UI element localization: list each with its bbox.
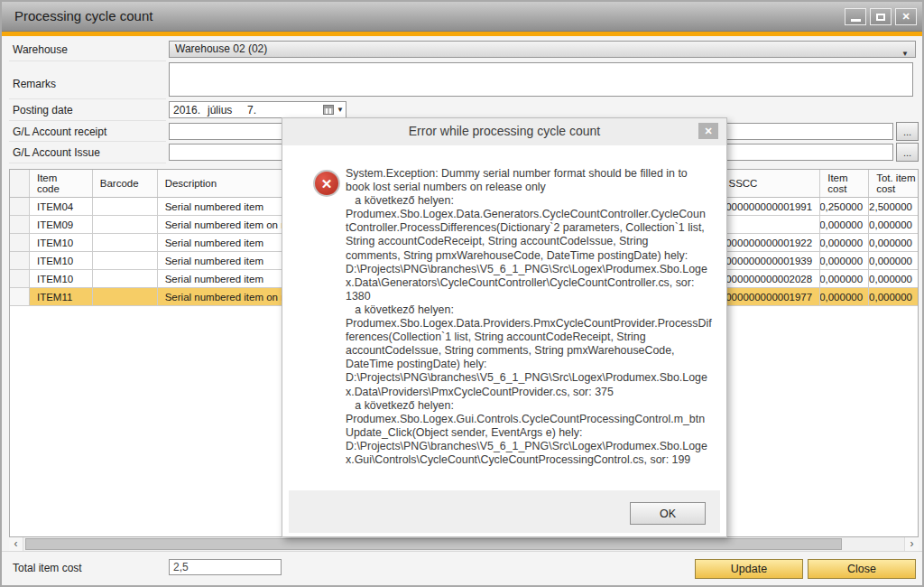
cell-item-cost[interactable]: 0,250000 (820, 198, 869, 215)
gl-issue-browse-button[interactable]: ... (896, 143, 919, 162)
row-separator (9, 61, 166, 61)
footer-bar: Total item cost 2,5 Update Close (2, 551, 922, 585)
processing-cycle-count-window: Processing cycle count ✕ Warehouse Wareh… (0, 0, 924, 587)
row-separator (9, 141, 166, 142)
window-title: Processing cycle count (14, 8, 152, 23)
scroll-left-arrow[interactable]: ‹ (9, 537, 23, 551)
row-separator (9, 163, 166, 163)
posting-date-month[interactable]: július (208, 104, 232, 116)
cell-barcode[interactable] (93, 288, 158, 305)
ok-button[interactable]: OK (630, 502, 706, 525)
update-button[interactable]: Update (695, 559, 803, 579)
chevron-down-icon: ▼ (337, 106, 344, 114)
error-icon: ✕ (313, 170, 340, 197)
cell-barcode[interactable] (93, 198, 158, 215)
close-icon: ✕ (901, 11, 910, 23)
warehouse-label: Warehouse (13, 43, 68, 56)
row-selector[interactable] (10, 198, 30, 215)
cell-barcode[interactable] (93, 252, 158, 269)
cell-tot-item-cost[interactable]: 2,500000 (869, 198, 918, 215)
posting-date-label: Posting date (13, 104, 73, 116)
cell-item-cost[interactable]: 0,000000 (820, 270, 869, 287)
scrollbar-thumb[interactable] (25, 538, 842, 550)
header-tot-item-cost[interactable]: Tot. item cost (869, 170, 918, 197)
remarks-label: Remarks (13, 78, 56, 90)
row-selector[interactable] (10, 216, 30, 233)
cell-tot-item-cost[interactable]: 0,000000 (869, 270, 918, 287)
posting-date-day[interactable]: 7. (247, 104, 256, 116)
row-selector[interactable] (10, 288, 30, 305)
error-dialog-close-button[interactable]: ✕ (698, 123, 718, 139)
total-item-cost-label: Total item cost (13, 562, 82, 574)
error-dialog-footer: OK (289, 490, 720, 533)
cell-tot-item-cost[interactable]: 0,000000 (869, 288, 918, 305)
close-window-button[interactable]: ✕ (895, 8, 917, 25)
row-selector[interactable] (10, 234, 30, 251)
accent-bar (2, 32, 922, 36)
cell-item-cost[interactable]: 0,000000 (820, 288, 869, 305)
cell-tot-item-cost[interactable]: 0,000000 (869, 252, 918, 269)
row-separator (9, 98, 166, 99)
title-bar: Processing cycle count ✕ (2, 2, 922, 32)
minimize-button[interactable] (845, 8, 866, 25)
gl-issue-label: G/L Account Issue (13, 146, 100, 159)
close-icon: ✕ (704, 126, 712, 137)
header-selector (10, 170, 30, 197)
cell-item-code[interactable]: ITEM11 (30, 288, 93, 305)
horizontal-scrollbar[interactable]: ‹ › (9, 537, 919, 551)
cell-item-cost[interactable]: 0,000000 (820, 234, 869, 251)
cell-item-code[interactable]: ITEM09 (30, 216, 93, 233)
close-button[interactable]: Close (808, 559, 916, 579)
total-item-cost-field[interactable]: 2,5 (169, 559, 282, 575)
calendar-icon (323, 105, 334, 115)
gl-receipt-label: G/L Account receipt (13, 126, 106, 138)
calendar-dropdown-button[interactable]: ▼ (319, 104, 344, 116)
maximize-icon (876, 14, 885, 21)
header-item-cost[interactable]: Item cost (820, 170, 869, 197)
header-item-code[interactable]: Item code (30, 170, 93, 197)
row-selector[interactable] (10, 270, 30, 287)
chevron-down-icon: ▼ (901, 47, 909, 61)
cell-item-cost[interactable]: 0,000000 (820, 216, 869, 233)
error-message: System.Exception: Dummy serial number fo… (346, 167, 719, 467)
cell-barcode[interactable] (93, 216, 158, 233)
error-dialog-header: Error while processing cycle count ✕ (282, 118, 726, 145)
cell-item-code[interactable]: ITEM10 (30, 270, 93, 287)
posting-date-input[interactable]: 2016. július 7. ▼ (169, 101, 346, 118)
row-separator (9, 120, 166, 121)
posting-date-year[interactable]: 2016. (173, 104, 200, 116)
cell-tot-item-cost[interactable]: 0,000000 (869, 234, 918, 251)
gl-receipt-browse-button[interactable]: ... (896, 122, 919, 141)
row-selector[interactable] (10, 252, 30, 269)
warehouse-value: Warehouse 02 (02) (175, 42, 267, 55)
minimize-icon (851, 19, 861, 22)
cell-tot-item-cost[interactable]: 0,000000 (869, 216, 918, 233)
scroll-right-arrow[interactable]: › (904, 537, 919, 551)
error-dialog: Error while processing cycle count ✕ ✕ S… (282, 117, 727, 537)
header-barcode[interactable]: Barcode (93, 170, 158, 197)
cell-item-cost[interactable]: 0,000000 (820, 252, 869, 269)
remarks-input[interactable] (169, 62, 913, 97)
warehouse-select[interactable]: Warehouse 02 (02) ▼ (169, 41, 916, 58)
cell-item-code[interactable]: ITEM10 (30, 252, 93, 269)
cell-item-code[interactable]: ITEM04 (30, 198, 93, 215)
error-dialog-title: Error while processing cycle count (282, 124, 726, 138)
cell-item-code[interactable]: ITEM10 (30, 234, 93, 251)
maximize-button[interactable] (870, 8, 892, 25)
cell-barcode[interactable] (93, 270, 158, 287)
cell-barcode[interactable] (93, 234, 158, 251)
